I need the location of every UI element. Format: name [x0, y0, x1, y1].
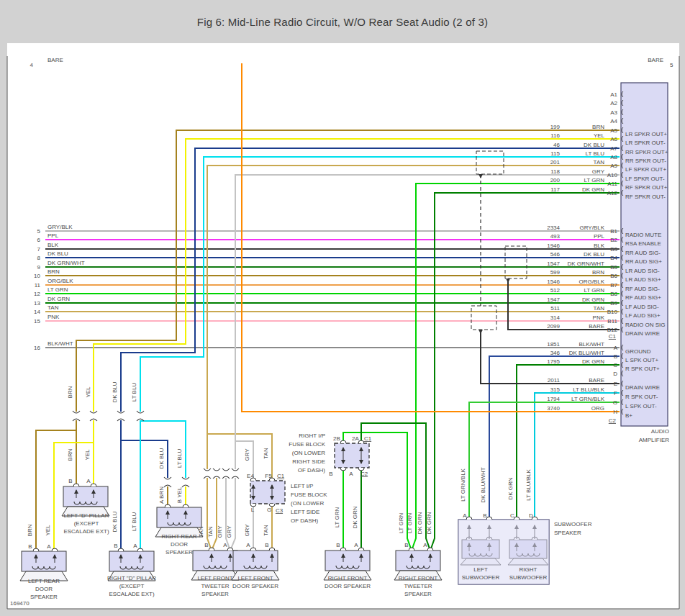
left-front-tweeter-speaker	[193, 551, 237, 571]
label: BRN	[67, 448, 73, 461]
label: (EXCEPT	[119, 583, 145, 589]
pin-function: B+	[625, 412, 632, 419]
label: DK BLU	[112, 381, 118, 402]
label: F5	[265, 473, 272, 479]
pin-bump	[165, 504, 171, 507]
label: (ON LOWER	[292, 450, 325, 456]
pin-id: F	[614, 390, 617, 397]
label: LT BLU	[131, 383, 137, 402]
pin-bump	[466, 517, 472, 520]
circuit-number: 116	[550, 132, 560, 139]
pin-id: A1	[610, 91, 617, 98]
pin-id: H	[613, 409, 617, 415]
row-wire-color: BLK/WHT	[47, 340, 73, 347]
row-number: 5	[37, 228, 41, 235]
label: A	[246, 542, 250, 548]
label: GRY	[244, 524, 250, 537]
label: RIGHT	[520, 566, 537, 573]
circuit-number: 2099	[547, 323, 560, 330]
circuit-number: 1947	[547, 296, 560, 303]
circuit-number: 493	[550, 233, 561, 240]
pin-function: LF SPKR OUT+	[625, 166, 666, 173]
label: B	[204, 542, 208, 548]
pin-function: LR SPKR OUT-	[625, 140, 666, 146]
pin-id: B4	[610, 255, 617, 261]
label: AMPLIFIER	[639, 437, 669, 443]
circuit-number: 1547	[547, 261, 560, 267]
pin-bump	[91, 484, 96, 486]
circuit-number: 201	[550, 159, 561, 166]
label: DK GRN	[426, 512, 432, 534]
label: LEFT I/P	[291, 483, 313, 489]
pin-bump	[137, 548, 143, 551]
pin-bump	[118, 548, 124, 551]
right-d-pillar-speaker	[109, 551, 154, 571]
pin-function: RF AUD SIG+	[625, 294, 661, 301]
label: TAN	[207, 526, 214, 538]
label: (ON LOWER	[291, 500, 324, 507]
label: B	[336, 542, 340, 548]
pin-function: RF SPKR OUT-	[625, 194, 666, 200]
label: YEL	[85, 386, 91, 398]
top-bus-left-number: 4	[30, 62, 34, 68]
row-wire-color: LT GRN	[47, 286, 68, 293]
left-front-door-speaker	[233, 551, 278, 571]
pin-id: B6	[610, 273, 617, 279]
label: FUSE BLOCK	[291, 492, 327, 498]
label: SUBWOOFER	[462, 574, 500, 581]
pin-bump	[427, 548, 433, 551]
label: DOOR SPEAKER	[232, 583, 278, 589]
label: A	[349, 471, 353, 477]
wire-color: DK GRN/WHT	[567, 261, 604, 267]
pin-bump	[358, 548, 364, 551]
wire-color: PNK	[593, 314, 605, 321]
label: C3	[276, 507, 283, 514]
circuit-number: 117	[550, 186, 560, 193]
label: RIGHT REAR	[161, 533, 196, 540]
label: SPEAKER	[201, 591, 229, 597]
pin-function: RR AUD SIG-	[625, 250, 661, 256]
left-ip-fuse-block	[250, 481, 285, 504]
pin-id: C	[613, 362, 617, 368]
label: GRY	[217, 525, 223, 538]
pin-id: B12	[607, 327, 618, 333]
label: B	[483, 512, 486, 519]
label: LT BLU	[176, 449, 183, 468]
pin-bump	[52, 548, 58, 551]
left-d-pillar-speaker	[63, 486, 108, 507]
row-number: 11	[35, 282, 41, 289]
label: B	[329, 471, 332, 477]
pin-function: RADIO MUTE	[625, 232, 661, 238]
wire-color: GRY/BLK	[579, 225, 604, 231]
row-wire-color: ORG/BLK	[47, 278, 73, 284]
pin-bump	[340, 548, 346, 551]
pin-bump	[250, 548, 256, 551]
label: ESCALADE EXT)	[63, 528, 109, 535]
label: C1	[364, 435, 372, 442]
figure-code: 169470	[10, 600, 30, 607]
label: AUDIO	[651, 428, 669, 435]
label: DK GRN	[352, 506, 358, 528]
label: E4	[247, 473, 254, 479]
pin-function: DRAIN WIRE	[625, 384, 660, 391]
label: OF DASH)	[291, 517, 319, 524]
wire-color: BLK/WHT	[579, 341, 604, 348]
label: TWEETER	[404, 583, 432, 589]
label: FUSE BLOCK	[289, 441, 325, 448]
circuit-number: 1794	[547, 396, 560, 402]
row-wire-color: TAN	[47, 304, 59, 311]
label: A	[354, 542, 358, 548]
row-number: 15	[34, 318, 40, 325]
pin-id: A	[614, 345, 618, 351]
pin-function: RR AUD SIG+	[625, 258, 662, 265]
pin-id: E	[614, 381, 617, 387]
circuit-number: 3740	[547, 405, 560, 412]
pin-id: A9	[610, 163, 617, 169]
label: B	[28, 543, 32, 550]
pin-function: LR SPKR OUT+	[625, 131, 667, 137]
label: B	[68, 478, 72, 484]
pin-id: B3	[610, 246, 617, 253]
row-number: 13	[34, 300, 40, 307]
top-bus-right-label: BARE	[648, 57, 663, 63]
pin-function: RSA ENABLE	[625, 240, 661, 247]
